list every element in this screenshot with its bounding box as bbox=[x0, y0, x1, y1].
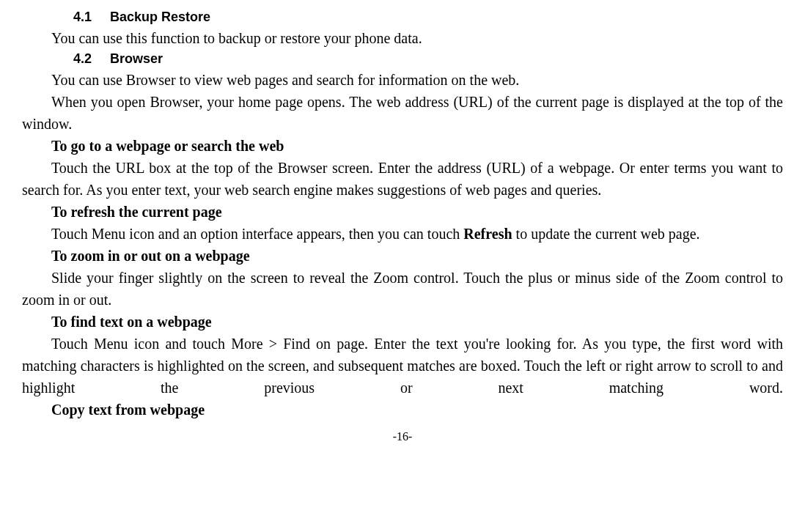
sub-heading: To find text on a webpage bbox=[51, 311, 783, 333]
paragraph: Touch the URL box at the top of the Brow… bbox=[22, 157, 783, 201]
section-num: 4.1 bbox=[73, 7, 92, 27]
text: to update the current web page. bbox=[512, 226, 700, 242]
paragraph: Touch Menu icon and touch More > Find on… bbox=[22, 333, 783, 399]
section-heading-4-1: 4.1 Backup Restore bbox=[73, 7, 783, 27]
section-num: 4.2 bbox=[73, 49, 92, 69]
sub-heading: To go to a webpage or search the web bbox=[51, 135, 783, 157]
sub-heading: To zoom in or out on a webpage bbox=[51, 245, 783, 267]
paragraph: You can use Browser to view web pages an… bbox=[22, 69, 783, 91]
section-title: Browser bbox=[110, 51, 163, 66]
sub-heading: To refresh the current page bbox=[51, 201, 783, 223]
text: Touch Menu icon and an option interface … bbox=[51, 226, 463, 242]
paragraph: You can use this function to backup or r… bbox=[22, 27, 783, 49]
section-title: Backup Restore bbox=[110, 10, 210, 24]
sub-heading: Copy text from webpage bbox=[51, 399, 783, 421]
section-heading-4-2: 4.2 Browser bbox=[73, 49, 783, 69]
paragraph: When you open Browser, your home page op… bbox=[22, 91, 783, 135]
page-number: -16- bbox=[22, 428, 783, 446]
paragraph: Slide your finger slightly on the screen… bbox=[22, 267, 783, 311]
paragraph: Touch Menu icon and an option interface … bbox=[22, 223, 783, 245]
bold-text: Refresh bbox=[463, 226, 512, 242]
